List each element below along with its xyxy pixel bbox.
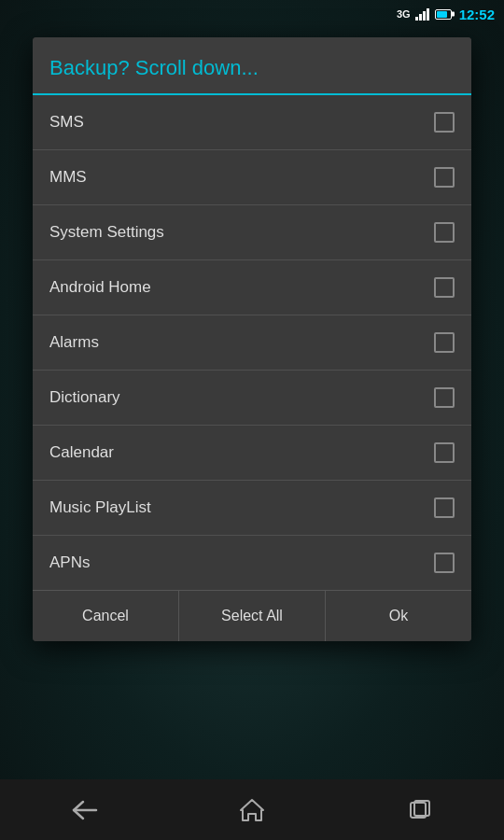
backup-dialog: Backup? Scroll down... SMS MMS System Se… — [33, 37, 471, 641]
home-icon — [239, 798, 265, 822]
item-label-calendar: Calendar — [49, 443, 114, 462]
list-item-music-playlist[interactable]: Music PlayList — [33, 481, 471, 536]
signal-bar-1 — [415, 17, 418, 21]
signal-bar-2 — [419, 14, 422, 21]
list-item-alarms[interactable]: Alarms — [33, 315, 471, 371]
list-item-dictionary[interactable]: Dictionary — [33, 371, 471, 426]
nav-back-button[interactable] — [56, 791, 112, 829]
signal-bar-3 — [423, 11, 426, 21]
list-item-apns[interactable]: APNs — [33, 536, 471, 590]
checkbox-alarms[interactable] — [434, 332, 455, 353]
signal-icon — [415, 7, 429, 21]
list-item-android-home[interactable]: Android Home — [33, 260, 471, 315]
battery-fill — [437, 11, 447, 18]
checkbox-mms[interactable] — [434, 167, 455, 188]
backup-options-list: SMS MMS System Settings Android Home Ala… — [33, 95, 471, 590]
checkbox-system-settings[interactable] — [434, 222, 455, 243]
ok-button[interactable]: Ok — [326, 591, 471, 641]
checkbox-apns[interactable] — [434, 553, 455, 573]
item-label-music-playlist: Music PlayList — [49, 498, 151, 517]
checkbox-dictionary[interactable] — [434, 387, 455, 408]
item-label-mms: MMS — [49, 168, 87, 187]
dialog-header: Backup? Scroll down... — [33, 37, 471, 95]
select-all-button[interactable]: Select All — [179, 591, 326, 641]
list-item-mms[interactable]: MMS — [33, 150, 471, 205]
cancel-button[interactable]: Cancel — [33, 591, 179, 641]
list-item-system-settings[interactable]: System Settings — [33, 205, 471, 260]
checkbox-android-home[interactable] — [434, 277, 455, 298]
item-label-android-home: Android Home — [49, 278, 151, 297]
status-bar: 3G 12:52 — [0, 0, 504, 28]
battery-icon — [435, 9, 452, 20]
item-label-sms: SMS — [49, 113, 84, 132]
checkbox-music-playlist[interactable] — [434, 497, 455, 518]
status-icons: 3G 12:52 — [397, 7, 495, 22]
list-item-sms[interactable]: SMS — [33, 95, 471, 150]
svg-marker-1 — [241, 800, 263, 820]
item-label-system-settings: System Settings — [49, 223, 164, 242]
checkbox-sms[interactable] — [434, 112, 455, 133]
checkbox-calendar[interactable] — [434, 442, 455, 463]
list-item-calendar[interactable]: Calendar — [33, 426, 471, 481]
item-label-dictionary: Dictionary — [49, 388, 120, 407]
navigation-bar — [0, 779, 504, 840]
signal-label: 3G — [397, 8, 411, 20]
nav-recents-button[interactable] — [392, 791, 448, 829]
recents-icon — [409, 799, 431, 821]
back-icon — [70, 800, 98, 820]
nav-home-button[interactable] — [224, 791, 280, 829]
item-label-apns: APNs — [49, 553, 90, 572]
dialog-buttons: Cancel Select All Ok — [33, 590, 471, 641]
signal-bar-4 — [427, 8, 429, 21]
dialog-title: Backup? Scroll down... — [49, 56, 259, 79]
clock: 12:52 — [459, 7, 495, 22]
item-label-alarms: Alarms — [49, 333, 99, 352]
